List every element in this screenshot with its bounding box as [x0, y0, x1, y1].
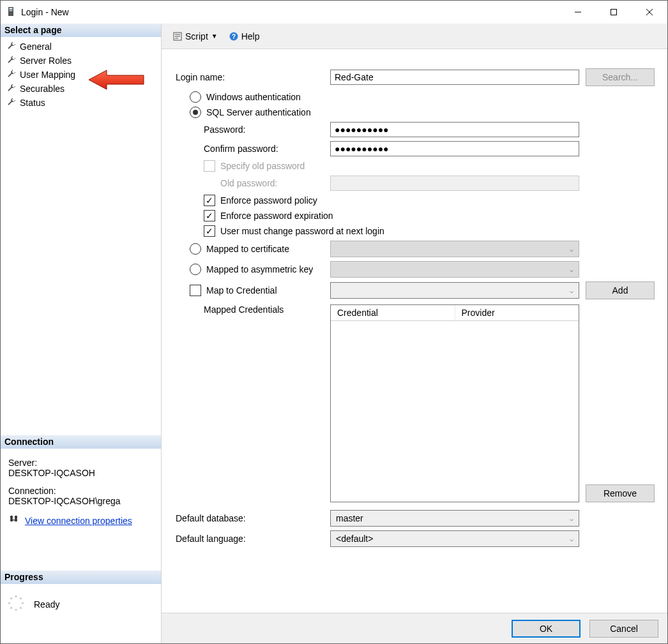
- login-name-label: Login name:: [173, 72, 330, 82]
- svg-rect-1: [10, 8, 13, 9]
- minimize-button[interactable]: [560, 1, 596, 24]
- specify-old-label: Specify old password: [220, 161, 305, 171]
- default-lang-label: Default language:: [173, 534, 330, 544]
- svg-point-13: [20, 597, 22, 600]
- server-value: DESKTOP-IQCASOH: [8, 468, 155, 478]
- password-label: Password:: [173, 124, 330, 135]
- specify-old-password-checkbox[interactable]: Specify old password: [173, 160, 656, 172]
- mapped-credentials-label: Mapped Credentials: [173, 304, 330, 315]
- checkbox-icon: ✓: [204, 195, 215, 206]
- sidebar-item-status[interactable]: Status: [4, 96, 157, 110]
- app-icon: [6, 6, 16, 19]
- must-change-checkbox[interactable]: ✓ User must change password at next logi…: [173, 225, 656, 237]
- default-db-label: Default database:: [173, 513, 330, 523]
- cancel-button[interactable]: Cancel: [589, 620, 658, 638]
- svg-point-16: [15, 609, 17, 611]
- connection-icon: [8, 514, 20, 527]
- remove-button[interactable]: Remove: [586, 484, 655, 502]
- nav-label: Securables: [20, 84, 65, 94]
- connection-label: Connection:: [8, 486, 155, 496]
- add-button[interactable]: Add: [586, 281, 655, 299]
- script-label: Script: [185, 31, 208, 41]
- connection-value: DESKTOP-IQCASOH\grega: [8, 496, 155, 506]
- chevron-down-icon: ⌵: [570, 246, 573, 253]
- select-page-header: Select a page: [1, 24, 161, 37]
- help-label: Help: [241, 31, 260, 41]
- nav-label: User Mapping: [20, 70, 75, 80]
- wrench-icon: [7, 84, 16, 94]
- nav-label: Server Roles: [20, 56, 72, 66]
- login-name-input[interactable]: [330, 70, 579, 85]
- enforce-policy-label: Enforce password policy: [220, 195, 317, 206]
- svg-line-6: [646, 9, 653, 15]
- wrench-icon: [7, 56, 16, 66]
- old-password-label: Old password:: [173, 178, 330, 188]
- connection-header: Connection: [1, 435, 161, 449]
- page-nav: General Server Roles User Mapping: [1, 37, 161, 112]
- enforce-expiration-label: Enforce password expiration: [220, 211, 333, 221]
- wrench-icon: [7, 98, 16, 109]
- confirm-password-label: Confirm password:: [173, 144, 330, 154]
- progress-status: Ready: [34, 599, 59, 610]
- radio-icon[interactable]: [190, 264, 201, 275]
- enforce-expiration-checkbox[interactable]: ✓ Enforce password expiration: [173, 210, 656, 221]
- windows-auth-label: Windows authentication: [206, 92, 301, 102]
- password-input[interactable]: [330, 122, 579, 137]
- radio-icon[interactable]: [190, 243, 201, 255]
- nav-label: Status: [20, 98, 45, 108]
- help-button[interactable]: ? Help: [225, 29, 264, 44]
- window-title: Login - New: [21, 7, 69, 17]
- svg-rect-10: [15, 518, 17, 521]
- windows-auth-radio[interactable]: Windows authentication: [173, 91, 656, 103]
- checkbox-icon: [204, 160, 215, 172]
- sql-auth-radio[interactable]: SQL Server authentication: [173, 107, 656, 118]
- checkbox-icon: ✓: [204, 210, 215, 221]
- search-button[interactable]: Search...: [586, 68, 655, 86]
- svg-point-14: [22, 602, 24, 604]
- view-connection-properties-link[interactable]: View connection properties: [25, 516, 132, 526]
- credentials-table[interactable]: Credential Provider: [330, 304, 579, 502]
- script-button[interactable]: Script ▼: [169, 29, 222, 44]
- default-lang-value: <default>: [336, 534, 373, 544]
- col-provider: Provider: [455, 305, 579, 320]
- map-cred-checkbox[interactable]: [190, 285, 201, 296]
- mapped-cert-label: Mapped to certificate: [206, 244, 289, 254]
- progress-header: Progress: [1, 571, 161, 584]
- svg-point-7: [10, 516, 13, 518]
- sidebar-item-server-roles[interactable]: Server Roles: [4, 54, 157, 68]
- title-bar: Login - New: [1, 1, 667, 24]
- svg-point-17: [10, 607, 13, 610]
- pointer-arrow-icon: [87, 69, 145, 91]
- svg-rect-8: [10, 518, 13, 521]
- mapped-asym-label: Mapped to asymmetric key: [206, 264, 313, 274]
- credential-select[interactable]: ⌵: [330, 282, 579, 299]
- server-label: Server:: [8, 458, 155, 468]
- ok-button[interactable]: OK: [512, 620, 581, 638]
- col-credential: Credential: [331, 305, 455, 320]
- must-change-label: User must change password at next login: [220, 226, 384, 236]
- confirm-password-input[interactable]: [330, 141, 579, 156]
- radio-icon: [190, 91, 201, 103]
- svg-rect-4: [611, 10, 617, 15]
- default-lang-select[interactable]: <default> ⌵: [330, 530, 579, 547]
- wrench-icon: [7, 70, 16, 80]
- chevron-down-icon: ▼: [211, 33, 218, 40]
- svg-rect-2: [10, 10, 13, 11]
- spinner-icon: [7, 594, 25, 614]
- enforce-policy-checkbox[interactable]: ✓ Enforce password policy: [173, 195, 656, 206]
- chevron-down-icon: ⌵: [570, 515, 573, 522]
- svg-point-12: [15, 595, 17, 598]
- chevron-down-icon: ⌵: [570, 266, 573, 273]
- nav-label: General: [20, 41, 52, 52]
- default-db-value: master: [336, 513, 363, 523]
- default-db-select[interactable]: master ⌵: [330, 510, 579, 527]
- sidebar-item-general[interactable]: General: [4, 40, 157, 54]
- wrench-icon: [7, 41, 16, 52]
- checkbox-icon: ✓: [204, 225, 215, 237]
- close-button[interactable]: [632, 1, 667, 24]
- connection-block: Server: DESKTOP-IQCASOH Connection: DESK…: [1, 449, 161, 532]
- maximize-button[interactable]: [596, 1, 632, 24]
- svg-point-15: [20, 607, 22, 610]
- sql-auth-label: SQL Server authentication: [206, 107, 311, 117]
- old-password-input: [330, 176, 579, 191]
